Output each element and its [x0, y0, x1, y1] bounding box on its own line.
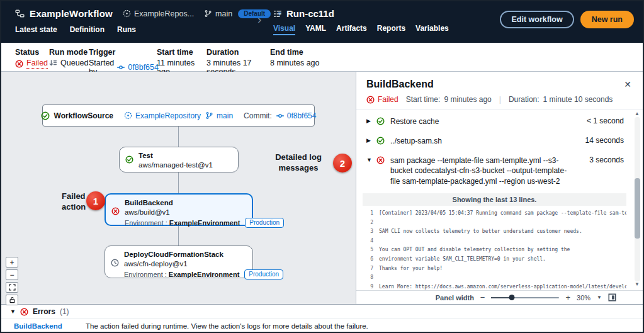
scrollbar-track[interactable]	[635, 117, 640, 281]
workflow-source-node[interactable]: WorkflowSource ExampleRepository main Co…	[42, 104, 315, 127]
zoom-in-button[interactable]: +	[6, 257, 18, 268]
connector-line	[178, 172, 179, 193]
panel-start-time-label: Start time:	[406, 95, 441, 104]
edit-workflow-button[interactable]: Edit workflow	[500, 11, 573, 28]
build-backend-action-node[interactable]: BuildBackend aws/build@v1 Environment : …	[105, 193, 253, 226]
status-label: Status	[15, 48, 49, 57]
commit-icon	[117, 64, 125, 71]
expand-caret-icon[interactable]: ▶	[366, 118, 376, 124]
source-repository-link[interactable]: ExampleRepository	[124, 111, 201, 120]
tab-variables[interactable]: Variables	[415, 24, 449, 35]
failed-status-icon	[111, 207, 120, 215]
panel-width-slider[interactable]	[491, 297, 559, 298]
success-status-icon	[41, 111, 50, 120]
success-status-icon	[376, 117, 385, 125]
repository-selector[interactable]: ExampleRepos...	[123, 9, 194, 18]
step-duration: 14 seconds	[585, 136, 624, 145]
log-line: 1[Container] 2023/04/05 15:04:37 Running…	[364, 209, 626, 218]
source-repository-name: ExampleRepository	[135, 111, 201, 120]
step-name: Restore cache	[390, 116, 587, 127]
tab-visual[interactable]: Visual	[273, 24, 295, 35]
branch-icon	[205, 111, 213, 120]
scroll-up-icon[interactable]: ▲	[635, 111, 640, 117]
run-mode-label: Run mode	[49, 48, 89, 57]
duration-label: Duration	[206, 48, 270, 57]
divider: |	[499, 95, 501, 104]
fit-to-screen-button[interactable]	[6, 282, 18, 293]
step-row-restore-cache[interactable]: ▶ Restore cache < 1 second	[356, 112, 643, 132]
branch-name: main	[215, 9, 232, 18]
workflow-icon	[15, 9, 25, 18]
run-tabs: Visual YAML Artifacts Reports Variables	[273, 24, 449, 35]
panel-duration-label: Duration:	[509, 95, 539, 104]
log-line: 4	[364, 237, 626, 246]
lock-button[interactable]	[6, 295, 18, 305]
source-commit-link[interactable]: 0f8bf654	[276, 111, 317, 120]
error-message: The action failed during runtime. View t…	[86, 322, 368, 330]
status-value[interactable]: Failed	[26, 59, 48, 69]
log-line: 8	[364, 273, 626, 283]
branch-icon	[204, 9, 212, 18]
callout-2-badge: 2	[333, 154, 352, 172]
errors-title: Errors	[33, 307, 55, 316]
errors-section: ▼ Errors (1) BuildBackend The action fai…	[1, 304, 643, 332]
production-badge: Production	[245, 218, 284, 228]
run-mode-column: Run mode Queued	[49, 48, 89, 71]
step-row-sam-package[interactable]: ▼ sam package --template-file sam-templt…	[356, 151, 643, 191]
panel-start-time-value: 9 minutes ago	[444, 95, 491, 104]
expand-panel-icon[interactable]	[608, 293, 616, 302]
environment-label: Environment	[124, 271, 163, 278]
branch-selector[interactable]: main Default ▼	[204, 9, 283, 18]
step-row-setup-sam[interactable]: ▶ ../setup-sam.sh 14 seconds	[356, 132, 643, 151]
workflow-diagram-canvas[interactable]: WorkflowSource ExampleRepository main Co…	[1, 72, 356, 304]
test-action-node[interactable]: Test aws/managed-test@v1	[119, 147, 239, 172]
step-duration: 3 seconds	[589, 155, 624, 164]
top-header: ExampleWorkflow ExampleRepos... main Def…	[1, 1, 643, 43]
annotation-text: action	[62, 202, 86, 213]
repository-name: ExampleRepos...	[134, 9, 194, 18]
panel-title: BuildBackend	[366, 79, 633, 90]
node-title: Test	[138, 151, 232, 161]
tab-definition[interactable]: Definition	[70, 25, 105, 34]
collapse-caret-icon[interactable]: ▼	[366, 157, 376, 163]
tab-yaml[interactable]: YAML	[305, 24, 326, 35]
failed-action-annotation: Failed action	[62, 191, 86, 213]
log-output[interactable]: 1[Container] 2023/04/05 15:04:37 Running…	[364, 209, 626, 290]
scroll-down-icon[interactable]: ▼	[635, 281, 640, 288]
log-line: 2	[364, 218, 626, 228]
panel-header: BuildBackend ✕ Failed Start time: 9 minu…	[356, 72, 643, 110]
collapse-caret-icon[interactable]: ▼	[10, 308, 16, 315]
slider-thumb[interactable]	[509, 295, 514, 300]
tab-latest-state[interactable]: Latest state	[15, 25, 57, 34]
status-column: Status Failed	[15, 48, 49, 71]
errors-count: (1)	[60, 307, 69, 316]
log-zoom-value[interactable]: 30%	[577, 294, 590, 302]
new-run-button[interactable]: New run	[580, 11, 634, 28]
panel-duration-value: 1 minute 10 seconds	[543, 95, 613, 104]
panel-width-decrease-button[interactable]: −	[480, 293, 485, 302]
zoom-out-button[interactable]: −	[6, 269, 18, 280]
deploy-cfn-action-node[interactable]: DeployCloudFormationStack aws/cfn-deploy…	[105, 246, 253, 278]
workflow-header-group: ExampleWorkflow ExampleRepos... main Def…	[15, 8, 283, 34]
annotation-text: Detailed log	[268, 152, 329, 163]
trigger-commit-link[interactable]: 0f8bf654	[128, 63, 159, 72]
error-action-link[interactable]: BuildBackend	[14, 322, 86, 330]
expand-caret-icon[interactable]: ▶	[366, 137, 376, 144]
panel-scrollbar[interactable]: ▲ ▼	[634, 111, 640, 288]
panel-width-increase-button[interactable]: +	[565, 293, 570, 302]
errors-header[interactable]: ▼ Errors (1)	[1, 305, 643, 319]
queued-icon	[49, 59, 57, 67]
tab-artifacts[interactable]: Artifacts	[336, 24, 367, 35]
tab-reports[interactable]: Reports	[377, 24, 405, 35]
source-branch-link[interactable]: main	[205, 111, 233, 120]
end-time-value: 8 minutes ago	[270, 59, 320, 67]
duration-column: Duration 3 minutes 17 seconds	[206, 48, 270, 71]
chevron-down-icon[interactable]: ▼	[597, 295, 602, 300]
close-icon[interactable]: ✕	[624, 80, 631, 89]
app-window: ExampleWorkflow ExampleRepos... main Def…	[0, 0, 644, 333]
log-line: 7Thanks for your help!	[364, 264, 626, 274]
repository-icon	[124, 111, 132, 120]
tab-runs[interactable]: Runs	[117, 25, 136, 34]
scrollbar-thumb[interactable]	[635, 178, 640, 239]
start-time-label: Start time	[157, 48, 206, 57]
